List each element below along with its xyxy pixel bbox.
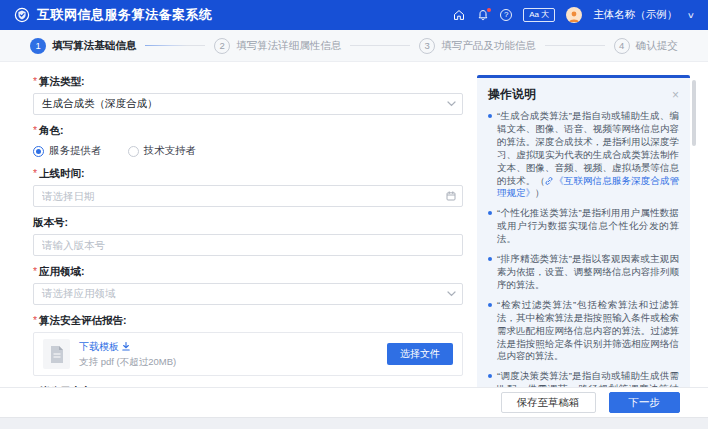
save-draft-button[interactable]: 保存至草稿箱 (501, 392, 596, 413)
radio-dot (128, 146, 139, 157)
home-icon[interactable] (452, 9, 465, 22)
role-radio-tech-supporter[interactable]: 技术支持者 (128, 144, 197, 158)
step-1-label: 填写算法基础信息 (52, 39, 136, 53)
instruction-item: “生成合成类算法”是指自动或辅助生成、编辑文本、图像、语音、视频等网络信息内容的… (488, 110, 679, 200)
app-title: 互联网信息服务算法备案系统 (37, 6, 213, 24)
radio-dot (33, 146, 44, 157)
role-label: 角色: (33, 124, 463, 138)
help-icon[interactable]: ? (500, 9, 512, 21)
step-connector (145, 45, 205, 46)
field-security-report: 算法安全评估报告: 下载模板 支持 pd (33, 314, 463, 376)
field-application-field: 应用领域: 请选择应用领域 (33, 265, 463, 305)
download-template-label: 下载模板 (79, 340, 119, 354)
instruction-item: “检索过滤类算法”包括检索算法和过滤算法，其中检索算法是指按照输入条件或检索需求… (488, 299, 679, 364)
role-option-label: 服务提供者 (49, 144, 102, 158)
step-1-number: 1 (30, 38, 46, 54)
instruction-text: “个性化推送类算法”是指利用用户属性数据或用户行为数据实现信息个性化分发的算法。 (497, 207, 679, 244)
step-3-number: 3 (419, 38, 435, 54)
instruction-item: “调度决策类算法”是指自动或辅助生成供需匹配、供需调节、路径规划等调度决策结果，… (488, 370, 679, 387)
link-icon (545, 177, 553, 185)
next-step-button[interactable]: 下一步 (609, 392, 681, 413)
role-radio-service-provider[interactable]: 服务提供者 (33, 144, 102, 158)
instructions-panel: 操作说明 × “生成合成类算法”是指自动或辅助生成、编辑文本、图像、语音、视频等… (477, 75, 690, 387)
step-3[interactable]: 3 填写产品及功能信息 (419, 38, 536, 54)
chevron-down-icon[interactable]: ∨ (687, 11, 695, 20)
calendar-icon (446, 191, 456, 201)
field-launch-time: 上线时间: (33, 167, 463, 207)
top-header: 互联网信息服务算法备案系统 ? Aa 大 (0, 0, 708, 30)
step-2[interactable]: 2 填写算法详细属性信息 (214, 38, 341, 54)
application-field-label: 应用领域: (33, 265, 463, 279)
file-icon (43, 339, 70, 369)
font-size-toggle[interactable]: Aa 大 (523, 8, 555, 22)
instruction-text: “检索过滤类算法”包括检索算法和过滤算法，其中检索算法是指按照输入条件或检索需求… (497, 299, 679, 362)
algorithm-type-value: 生成合成类（深度合成） (42, 97, 158, 111)
download-template-link[interactable]: 下载模板 (79, 340, 176, 354)
publicity-content-label: 拟公示内容: (33, 385, 463, 387)
launch-time-input[interactable] (33, 185, 463, 207)
field-algorithm-type: 算法类型: 生成合成类（深度合成） (33, 75, 463, 115)
footer-bar: 保存至草稿箱 下一步 (0, 387, 708, 417)
step-4-label: 确认提交 (636, 39, 678, 53)
instruction-item: “排序精选类算法”是指以客观因素或主观因素为依据，设置、调整网络信息内容排列顺序… (488, 253, 679, 292)
field-role: 角色: 服务提供者 技术支持者 (33, 124, 463, 158)
basic-info-form: 算法类型: 生成合成类（深度合成） 角色: 服务提供者 (33, 75, 463, 387)
field-version: 版本号: (33, 216, 463, 256)
account-name[interactable]: 主体名称（示例） (593, 8, 677, 22)
security-report-label: 算法安全评估报告: (33, 314, 463, 328)
app-window: 互联网信息服务算法备案系统 ? Aa 大 (0, 0, 708, 429)
chevron-down-icon (447, 291, 456, 297)
step-3-label: 填写产品及功能信息 (441, 39, 536, 53)
upload-hint: 支持 pdf (不超过20MB) (79, 356, 176, 369)
notification-bell-icon[interactable] (476, 9, 489, 22)
brand: 互联网信息服务算法备案系统 (14, 6, 213, 24)
application-field-placeholder: 请选择应用领域 (42, 287, 116, 301)
application-field-select[interactable]: 请选择应用领域 (33, 283, 463, 305)
step-1[interactable]: 1 填写算法基础信息 (30, 38, 136, 54)
role-option-label: 技术支持者 (144, 144, 197, 158)
choose-file-button[interactable]: 选择文件 (387, 343, 453, 365)
launch-time-label: 上线时间: (33, 167, 463, 181)
chevron-down-icon (447, 101, 456, 107)
avatar[interactable] (566, 7, 582, 23)
step-indicator: 1 填写算法基础信息 2 填写算法详细属性信息 3 填写产品及功能信息 4 确认… (0, 30, 708, 62)
shield-logo-icon (14, 7, 30, 23)
step-connector (350, 45, 410, 46)
step-2-number: 2 (214, 38, 230, 54)
version-input[interactable] (33, 234, 463, 256)
step-4[interactable]: 4 确认提交 (614, 38, 678, 54)
instruction-text: “排序精选类算法”是指以客观因素或主观因素为依据，设置、调整网络信息内容排列顺序… (497, 253, 679, 290)
algorithm-type-select[interactable]: 生成合成类（深度合成） (33, 93, 463, 115)
step-2-label: 填写算法详细属性信息 (236, 39, 341, 53)
version-label: 版本号: (33, 216, 463, 230)
step-connector (545, 45, 605, 46)
close-icon[interactable]: × (672, 89, 679, 101)
algorithm-type-label: 算法类型: (33, 75, 463, 89)
main-content: 算法类型: 生成合成类（深度合成） 角色: 服务提供者 (0, 62, 708, 387)
notification-badge (487, 8, 491, 12)
field-publicity-content: 拟公示内容: 下载模板 支持 pdf ( (33, 385, 463, 387)
instruction-text: ） (535, 187, 545, 198)
instruction-text: “调度决策类算法”是指自动或辅助生成供需匹配、供需调节、路径规划等调度决策结果，… (497, 370, 679, 387)
security-report-upload: 下载模板 支持 pdf (不超过20MB) 选择文件 (33, 332, 463, 376)
page-background-strip (0, 417, 708, 429)
instructions-title: 操作说明 (488, 86, 536, 103)
vertical-scrollbar[interactable] (692, 80, 696, 146)
step-4-number: 4 (614, 38, 630, 54)
instruction-item: “个性化推送类算法”是指利用用户属性数据或用户行为数据实现信息个性化分发的算法。 (488, 207, 679, 246)
download-icon (122, 342, 130, 351)
header-actions: ? Aa 大 主体名称（示例） ∨ (452, 7, 694, 23)
